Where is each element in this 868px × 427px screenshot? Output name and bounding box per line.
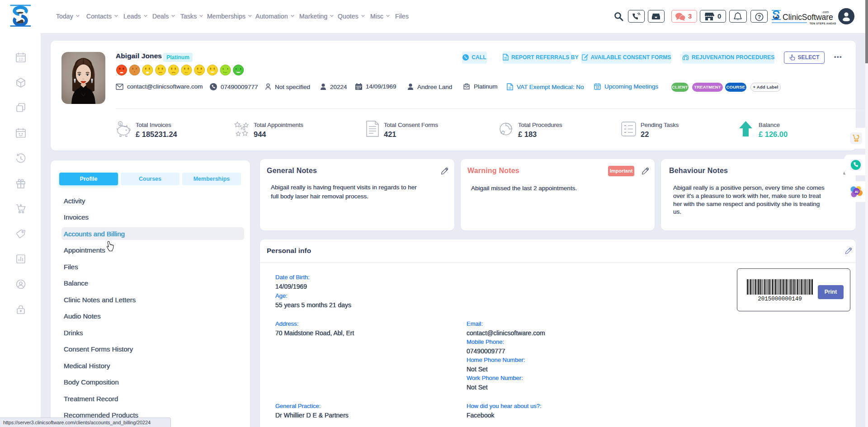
svg-text:ClinicSoftware: ClinicSoftware [783,13,833,22]
svg-text:TEN STEPS AHEAD: TEN STEPS AHEAD [810,22,836,25]
svg-text:12: 12 [19,57,23,61]
svg-text:12: 12 [596,86,599,89]
svg-text:AI: AI [855,190,859,194]
svg-text:?: ? [758,14,761,20]
svg-text:$: $ [119,122,122,126]
svg-text:.com: .com [822,10,829,14]
